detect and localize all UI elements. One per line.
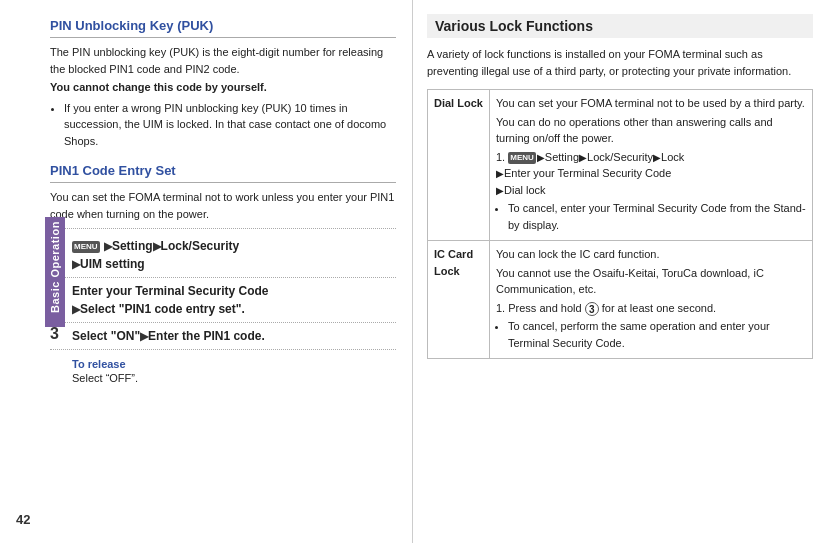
right-heading: Various Lock Functions [427,14,813,38]
dial-lock-cancel: To cancel, enter your Terminal Security … [508,200,806,233]
menu-icon-dial: MENU [508,152,536,164]
step-1: 1 MENU ▶Setting▶Lock/Security ▶UIM setti… [50,237,396,278]
ic-card-lock-content: You can lock the IC card function. You c… [490,241,813,359]
dial-lock-row: Dial Lock You can set your FOMA terminal… [428,90,813,241]
dial-lock-content: You can set your FOMA terminal not to be… [490,90,813,241]
ic-card-lock-label: IC Card Lock [428,241,490,359]
step-2: 2 Enter your Terminal Security Code ▶Sel… [50,282,396,323]
to-release-label: To release [72,358,396,370]
to-release-text: Select “OFF”. [72,372,396,384]
ic-card-cancel: To cancel, perform the same operation an… [508,318,806,351]
puk-para1: The PIN unblocking key (PUK) is the eigh… [50,44,396,77]
puk-para2: You cannot change this code by yourself. [50,79,396,96]
step-3: 3 Select "ON"▶Enter the PIN1 code. [50,327,396,350]
puk-bullet1: If you enter a wrong PIN unblocking key … [64,100,396,150]
step-2-content: Enter your Terminal Security Code ▶Selec… [72,282,269,318]
puk-section: PIN Unblocking Key (PUK) The PIN unblock… [50,18,396,149]
puk-heading: PIN Unblocking Key (PUK) [50,18,396,38]
key-3-icon: 3 [585,302,599,316]
to-release: To release Select “OFF”. [72,358,396,384]
pin1-intro: You can set the FOMA terminal not to wor… [50,189,396,229]
pin1-heading: PIN1 Code Entry Set [50,163,396,183]
ic-card-lock-row: IC Card Lock You can lock the IC card fu… [428,241,813,359]
dial-lock-label: Dial Lock [428,90,490,241]
menu-icon: MENU [72,241,100,253]
step-3-number: 3 [50,325,72,343]
page-number: 42 [16,512,30,527]
lock-functions-table: Dial Lock You can set your FOMA terminal… [427,89,813,359]
left-panel: Basic Operation PIN Unblocking Key (PUK)… [0,0,413,543]
step-1-content: MENU ▶Setting▶Lock/Security ▶UIM setting [72,237,239,273]
pin1-section: PIN1 Code Entry Set You can set the FOMA… [50,163,396,384]
sidebar-label: Basic Operation [45,217,65,327]
right-intro: A variety of lock functions is installed… [427,46,813,79]
right-panel: Various Lock Functions A variety of lock… [413,0,827,543]
step-3-content: Select "ON"▶Enter the PIN1 code. [72,327,265,345]
